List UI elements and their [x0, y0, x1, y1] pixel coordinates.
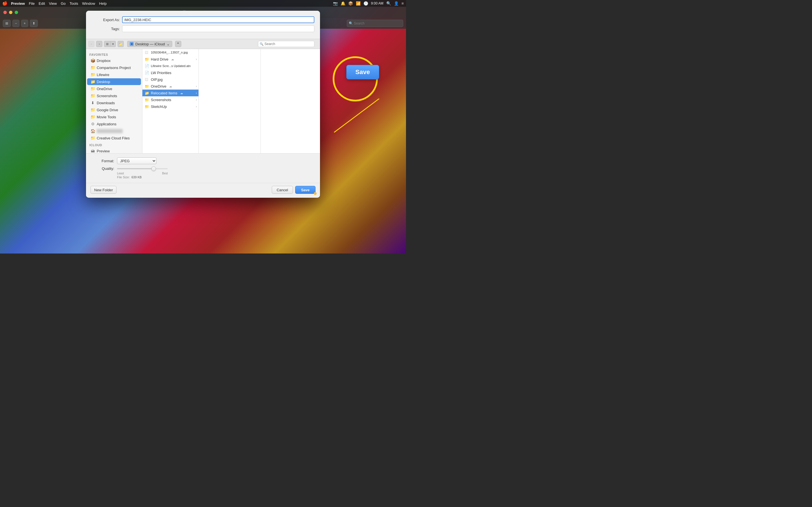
quality-row: Quality: — [92, 166, 314, 171]
action-row: New Folder Cancel Save — [86, 183, 320, 198]
minimize-button[interactable] — [9, 11, 12, 14]
sidebar-item-googledrive[interactable]: 📁 Google Drive — [87, 107, 141, 113]
tags-row: Tags: — [92, 25, 314, 32]
tags-input[interactable] — [122, 25, 314, 32]
filesize-row: File Size: 639 KB — [117, 175, 314, 179]
file-label-lwpriorities: LW Priorities — [151, 71, 171, 75]
sidebar-item-home[interactable]: 🏠 ██████████ — [87, 128, 141, 134]
file-item-onedrive[interactable]: 📁 OneDrive ☁ › — [142, 83, 199, 90]
sidebar-item-preview[interactable]: 🏔 Preview — [87, 148, 141, 153]
file-label-screenshots: Screenshots — [151, 98, 171, 102]
file-item-screenshots[interactable]: 📁 Screenshots › — [142, 96, 199, 103]
apple-menu[interactable]: 🍎 — [2, 1, 8, 6]
toolbar-search-input[interactable] — [347, 20, 403, 27]
harddrive-icon: 📁 — [145, 57, 149, 61]
list-view-icon: ▾ — [110, 41, 116, 47]
nav-search-input[interactable] — [258, 41, 314, 47]
dropbox-icon: 📦 — [91, 58, 95, 63]
menubar: 🍎 Preview File Edit View Go Tools Window… — [0, 0, 406, 7]
oip-file-icon: 🖼 — [145, 77, 149, 82]
format-select[interactable]: JPEG — [117, 158, 156, 164]
menu-edit[interactable]: Edit — [39, 1, 45, 6]
quality-slider[interactable] — [117, 168, 168, 169]
sidebar-item-comparisons[interactable]: 📁 Comparisons Project — [87, 64, 141, 71]
sidebar-item-movietools[interactable]: 📁 Movie Tools — [87, 114, 141, 120]
home-icon: 🏠 — [91, 129, 95, 133]
share-btn[interactable]: ⬆ — [30, 20, 38, 27]
search-menu-icon[interactable]: 🔍 — [386, 1, 391, 6]
priorities-file-icon: 📄 — [145, 71, 149, 75]
sidebar-label-dropbox: Dropbox — [97, 59, 110, 63]
file-label-lifewire: Lifewire Scre...s Updated.atn — [151, 64, 191, 68]
favorites-section: Favorites — [86, 51, 142, 57]
file-item-1[interactable]: 🖼 105036464_...13937_n.jpg — [142, 49, 199, 56]
file-label-harddrive: Hard Drive — [151, 57, 168, 61]
sidebar-item-applications[interactable]: ⚙ Applications — [87, 121, 141, 127]
sidebar-item-lifewire[interactable]: 📁 Lifewire — [87, 71, 141, 78]
new-folder-nav-btn[interactable]: 📁 — [117, 41, 124, 47]
cloud-sync-icon-3: ☁ — [180, 92, 183, 95]
window-controls — [3, 11, 18, 14]
desktop-folder-icon: 📁 — [91, 79, 95, 84]
file-item-oip[interactable]: 🖼 OIP.jpg — [142, 76, 199, 83]
forward-btn[interactable]: › — [96, 41, 102, 47]
sidebar-item-creativecloud[interactable]: 📁 Creative Cloud Files — [87, 135, 141, 142]
zoom-in-btn[interactable]: − — [12, 20, 19, 27]
back-btn[interactable]: ‹ — [88, 41, 94, 47]
quality-least: Least — [117, 172, 124, 175]
close-button[interactable] — [3, 11, 7, 14]
menu-file[interactable]: File — [29, 1, 35, 6]
sidebar-label-creativecloud: Creative Cloud Files — [97, 136, 130, 140]
sidebar-toggle[interactable]: ⊞ — [3, 20, 11, 27]
downloads-icon: ⬇ — [91, 101, 95, 105]
movietools-icon: 📁 — [91, 115, 95, 119]
menu-preview[interactable]: Preview — [11, 1, 25, 6]
sidebar-item-desktop[interactable]: 📁 Desktop — [87, 78, 141, 85]
export-as-input[interactable] — [122, 16, 314, 23]
arrow-icon-2: › — [196, 85, 197, 88]
menu-go[interactable]: Go — [61, 1, 65, 6]
new-folder-button[interactable]: New Folder — [91, 186, 116, 194]
view-switcher[interactable]: ⊞ ▾ — [104, 41, 116, 47]
file-item-lifewire[interactable]: 📄 Lifewire Scre...s Updated.atn — [142, 62, 199, 69]
cloud-sync-icon: ☁ — [171, 58, 174, 61]
folder-icon: 📁 — [91, 65, 95, 70]
sidebar-label-home: ██████████ — [97, 129, 123, 133]
list-icon[interactable]: ≡ — [402, 1, 404, 6]
sidebar-item-onedrive[interactable]: 📁 OneDrive — [87, 86, 141, 92]
quality-thumb[interactable] — [151, 166, 156, 171]
menu-view[interactable]: View — [49, 1, 57, 6]
relocated-folder-icon: 📁 — [145, 91, 149, 95]
file-item-lwpriorities[interactable]: 📄 LW Priorities — [142, 69, 199, 76]
menu-window[interactable]: Window — [82, 1, 95, 6]
screenshots-icon: 📁 — [91, 94, 95, 98]
sidebar-item-screenshots[interactable]: 📁 Screenshots — [87, 93, 141, 99]
zoom-out-btn[interactable]: + — [21, 20, 28, 27]
sidebar-label-downloads: Downloads — [97, 101, 115, 105]
user-icon[interactable]: 👤 — [394, 1, 399, 6]
clock-display: 9:00 AM — [371, 1, 384, 5]
file-item-sketchup[interactable]: 📁 SketchUp › — [142, 103, 199, 110]
file-item-harddrive[interactable]: 📁 Hard Drive ☁ › — [142, 56, 199, 62]
sidebar-label-screenshots: Screenshots — [97, 94, 117, 98]
onedrive-icon: 📁 — [91, 87, 95, 91]
nav-row: ‹ › ⊞ ▾ 📁 🖥 Desktop — iCloud ⌄ ⌃ 🔍 — [86, 39, 320, 49]
cancel-button[interactable]: Cancel — [272, 186, 293, 194]
save-button[interactable]: Save — [295, 186, 315, 194]
menu-help[interactable]: Help — [99, 1, 107, 6]
export-as-row: Export As: — [92, 16, 314, 23]
sidebar-item-dropbox[interactable]: 📦 Dropbox — [87, 57, 141, 64]
filesize-label: File Size: — [117, 175, 130, 179]
menu-tools[interactable]: Tools — [70, 1, 78, 6]
location-dropdown[interactable]: 🖥 Desktop — iCloud ⌄ — [127, 41, 172, 47]
screenshots-file-icon: 📁 — [145, 98, 149, 102]
sidebar-label-googledrive: Google Drive — [97, 108, 118, 112]
time-icon: 🕐 — [363, 1, 368, 6]
sidebar-item-downloads[interactable]: ⬇ Downloads — [87, 100, 141, 106]
annotation-save-button[interactable]: Save — [346, 65, 379, 79]
grid-view-icon: ⊞ — [104, 41, 110, 47]
file-item-relocated[interactable]: 📁 Relocated Items ☁ › — [142, 90, 199, 96]
maximize-button[interactable] — [15, 11, 18, 14]
expand-btn[interactable]: ⌃ — [175, 41, 181, 47]
sidebar-label-movietools: Movie Tools — [97, 115, 116, 119]
